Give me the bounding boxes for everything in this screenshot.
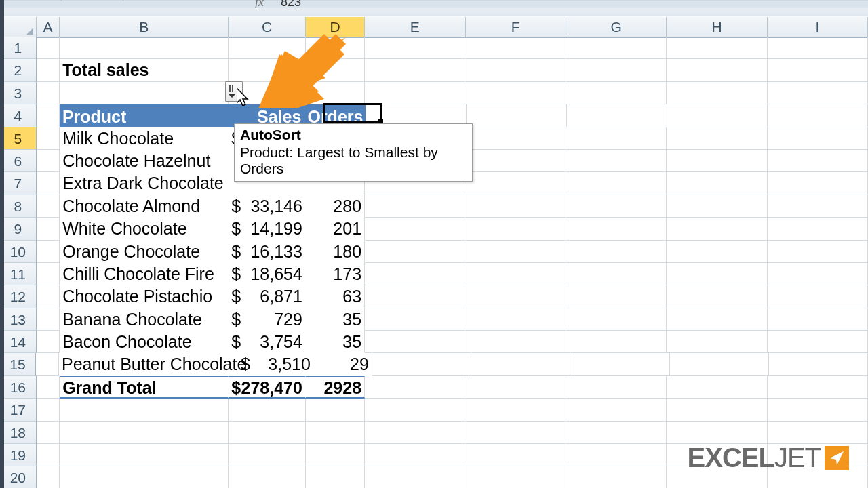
cell-D11[interactable]: 173 (306, 263, 365, 285)
cell-I18[interactable] (768, 422, 868, 444)
cell-F18[interactable] (465, 422, 566, 444)
cell-B18[interactable] (60, 422, 229, 444)
cell-G4[interactable] (567, 104, 667, 127)
cell-B17[interactable] (60, 399, 229, 421)
row-header-13[interactable]: 13 (0, 308, 37, 331)
cell-A4[interactable] (37, 104, 60, 127)
cell-G6[interactable] (566, 150, 667, 172)
cell-H14[interactable] (667, 331, 767, 353)
name-box[interactable] (61, 0, 123, 1)
cell-G9[interactable] (566, 218, 667, 240)
cell-F11[interactable] (465, 263, 566, 285)
cell-A20[interactable] (37, 466, 60, 488)
cell-B12[interactable]: Chocolate Pistachio (60, 285, 229, 308)
cell-D2[interactable] (306, 59, 365, 81)
cell-G20[interactable] (566, 466, 667, 488)
cell-G11[interactable] (566, 263, 667, 285)
cell-G15[interactable] (570, 353, 669, 375)
cell-F6[interactable] (465, 150, 566, 172)
cell-A2[interactable] (37, 59, 60, 81)
cell-F2[interactable] (465, 59, 566, 81)
cell-E11[interactable] (365, 263, 465, 285)
cell-A16[interactable] (37, 376, 60, 399)
cell-B13[interactable]: Banana Chocolate (60, 308, 229, 331)
row-header-20[interactable]: 20 (0, 466, 37, 488)
cell-I2[interactable] (768, 59, 868, 81)
cell-D15[interactable]: 29 (314, 353, 372, 375)
cell-E8[interactable] (365, 195, 465, 218)
cell-A17[interactable] (37, 399, 60, 421)
cell-E14[interactable] (365, 331, 465, 353)
cell-A13[interactable] (37, 308, 60, 331)
cell-A19[interactable] (37, 444, 60, 466)
cell-G5[interactable] (566, 127, 667, 150)
cell-C18[interactable] (229, 422, 306, 444)
cell-E10[interactable] (365, 241, 465, 263)
cell-I5[interactable] (768, 127, 868, 150)
cell-F16[interactable] (465, 376, 566, 399)
cell-D13[interactable]: 35 (306, 308, 365, 331)
cell-H10[interactable] (667, 241, 767, 263)
cell-D10[interactable]: 180 (306, 241, 365, 263)
cell-E3[interactable] (365, 82, 465, 104)
cell-A12[interactable] (37, 285, 60, 308)
cell-H13[interactable] (667, 308, 767, 331)
row-header-14[interactable]: 14 (0, 331, 37, 353)
cell-I17[interactable] (768, 399, 868, 421)
cell-C19[interactable] (229, 444, 306, 466)
pivot-filter-dropdown[interactable] (225, 81, 243, 102)
cell-D16[interactable]: 2928 (306, 376, 365, 399)
cell-F1[interactable] (465, 37, 566, 59)
cell-H3[interactable] (667, 82, 767, 104)
cell-H17[interactable] (667, 399, 767, 421)
row-header-2[interactable]: 2 (0, 59, 37, 81)
cell-F7[interactable] (465, 172, 566, 195)
cell-C20[interactable] (229, 466, 306, 488)
cell-F5[interactable] (465, 127, 566, 150)
cell-E18[interactable] (365, 422, 465, 444)
cell-G2[interactable] (566, 59, 667, 81)
cell-C12[interactable]: $6,871 (229, 285, 306, 308)
row-header-19[interactable]: 19 (0, 444, 37, 466)
cell-F4[interactable] (467, 104, 567, 127)
row-header-17[interactable]: 17 (0, 399, 37, 421)
cell-B7[interactable]: Extra Dark Chocolate (60, 172, 229, 195)
cell-I12[interactable] (768, 285, 868, 308)
col-header-c[interactable]: C (229, 17, 306, 37)
cell-I8[interactable] (768, 195, 868, 218)
cell-D8[interactable]: 280 (306, 195, 365, 218)
cell-F8[interactable] (465, 195, 566, 218)
cell-C15[interactable]: $3,510 (238, 353, 314, 375)
cell-E2[interactable] (365, 59, 465, 81)
cell-F12[interactable] (465, 285, 566, 308)
cell-F13[interactable] (465, 308, 566, 331)
row-header-8[interactable]: 8 (0, 195, 37, 218)
cell-A9[interactable] (37, 218, 60, 240)
cell-I7[interactable] (768, 172, 868, 195)
cell-F9[interactable] (465, 218, 566, 240)
cell-G10[interactable] (566, 241, 667, 263)
cell-E9[interactable] (365, 218, 465, 240)
cell-H7[interactable] (667, 172, 767, 195)
cell-B2[interactable]: Total sales (60, 59, 229, 81)
cell-E16[interactable] (365, 376, 465, 399)
cell-A11[interactable] (37, 263, 60, 285)
cell-D20[interactable] (306, 466, 365, 488)
cell-G19[interactable] (566, 444, 667, 466)
cell-E20[interactable] (365, 466, 465, 488)
col-header-h[interactable]: H (667, 17, 767, 37)
col-header-g[interactable]: G (566, 17, 667, 37)
cell-C11[interactable]: $18,654 (229, 263, 306, 285)
select-all-corner[interactable] (0, 17, 37, 37)
cell-C14[interactable]: $3,754 (229, 331, 306, 353)
cell-B1[interactable] (60, 37, 229, 59)
cell-D17[interactable] (306, 399, 365, 421)
grid-area[interactable]: 12Total sales34ProductSalesOrders5Milk C… (0, 37, 868, 488)
row-header-10[interactable]: 10 (0, 241, 37, 263)
cell-B20[interactable] (60, 466, 229, 488)
cell-H18[interactable] (667, 422, 767, 444)
row-header-6[interactable]: 6 (0, 150, 37, 172)
cell-A10[interactable] (37, 241, 60, 263)
cell-E1[interactable] (365, 37, 465, 59)
cell-G13[interactable] (566, 308, 667, 331)
